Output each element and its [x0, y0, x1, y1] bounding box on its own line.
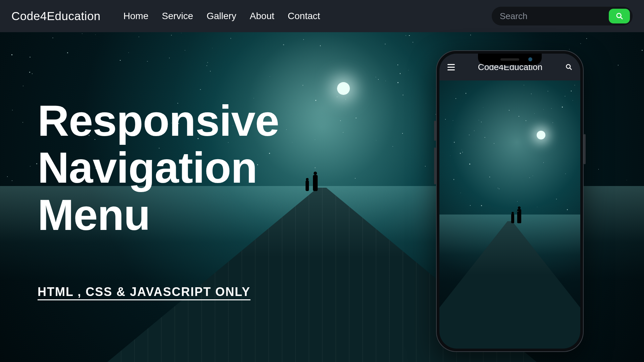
svg-line-3	[570, 68, 572, 70]
phone-side-button	[584, 134, 586, 164]
nav-link-home[interactable]: Home	[123, 11, 149, 21]
phone-side-button	[434, 121, 436, 141]
search-button[interactable]	[609, 9, 630, 23]
hamburger-menu-icon[interactable]	[447, 64, 455, 70]
silhouette-figure	[313, 175, 318, 191]
nav-link-contact[interactable]: Contact	[288, 11, 320, 21]
phone-screen: Code4Education	[439, 54, 580, 349]
hero-line-3: Menu	[38, 190, 150, 239]
nav-link-service[interactable]: Service	[162, 11, 193, 21]
navbar: Code4Education Home Service Gallery Abou…	[0, 0, 644, 32]
search-icon[interactable]	[566, 64, 572, 70]
phone-mockup: Code4Education	[436, 50, 584, 352]
nav-link-about[interactable]: About	[250, 11, 274, 21]
hero-title: Responsive Navigation Menu	[38, 97, 279, 238]
search-container	[492, 7, 633, 25]
phone-side-button	[434, 147, 436, 184]
nav-menu: Home Service Gallery About Contact	[123, 11, 320, 21]
moon	[537, 131, 545, 139]
hero-line-1: Responsive	[38, 96, 279, 145]
silhouette-figure	[306, 180, 309, 191]
phone-notch	[478, 54, 542, 65]
hero-line-2: Navigation	[38, 143, 257, 192]
search-input[interactable]	[500, 11, 609, 21]
search-icon	[616, 12, 623, 20]
nav-link-gallery[interactable]: Gallery	[207, 11, 236, 21]
svg-line-1	[621, 17, 622, 19]
silhouette-figure	[511, 214, 514, 223]
moon	[337, 82, 350, 95]
hero-subtitle: HTML , CSS & JAVASCRIPT ONLY	[38, 285, 251, 299]
brand-logo[interactable]: Code4Education	[11, 9, 101, 23]
